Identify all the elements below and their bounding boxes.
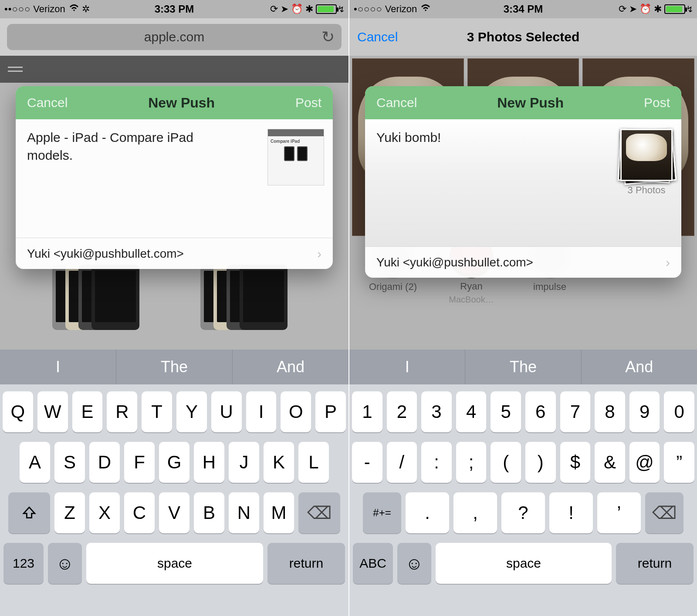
predict-suggestion[interactable]: I [349, 350, 465, 384]
key-m[interactable]: M [264, 492, 294, 533]
mode-key[interactable]: ABC [353, 543, 393, 584]
key-j[interactable]: J [229, 442, 259, 483]
chevron-right-icon: › [666, 255, 670, 270]
key-5[interactable]: 5 [491, 391, 521, 432]
key-v[interactable]: V [159, 492, 189, 533]
key-quote[interactable]: ” [664, 442, 694, 483]
key-s[interactable]: S [54, 442, 85, 483]
loading-spinner-icon: ✲ [82, 3, 90, 15]
key-0[interactable]: 0 [664, 391, 694, 432]
status-bar: ••○○○ Verizon ✲ 3:33 PM ⟳ ➤ ⏰ ✱ ↯ [0, 0, 348, 18]
key-4[interactable]: 4 [456, 391, 487, 432]
key-1[interactable]: 1 [352, 391, 382, 432]
emoji-icon: ☺ [56, 554, 74, 573]
key-q[interactable]: Q [3, 391, 33, 432]
key-i[interactable]: I [246, 391, 277, 432]
key-h[interactable]: H [194, 442, 224, 483]
space-key[interactable]: space [86, 543, 263, 584]
photos-cancel-button[interactable]: Cancel [357, 30, 398, 44]
key-l[interactable]: L [298, 442, 329, 483]
wifi-icon [420, 3, 431, 15]
key-ampersand[interactable]: & [595, 442, 625, 483]
key-row-1: 1 2 3 4 5 6 7 8 9 0 [352, 391, 694, 432]
emoji-key[interactable]: ☺ [48, 543, 82, 584]
key-paren-open[interactable]: ( [491, 442, 521, 483]
key-n[interactable]: N [229, 492, 259, 533]
url-text: apple.com [144, 30, 204, 44]
share-target-name: Origami (2) [369, 281, 417, 293]
key-t[interactable]: T [142, 391, 172, 432]
predict-suggestion[interactable]: And [233, 350, 348, 384]
key-9[interactable]: 9 [629, 391, 660, 432]
symbols-key[interactable]: #+= [363, 492, 401, 533]
key-at[interactable]: @ [629, 442, 660, 483]
return-key[interactable]: return [267, 543, 345, 584]
predict-suggestion[interactable]: The [465, 350, 581, 384]
key-semicolon[interactable]: ; [456, 442, 487, 483]
key-e[interactable]: E [72, 391, 103, 432]
space-key[interactable]: space [436, 543, 612, 584]
key-g[interactable]: G [159, 442, 189, 483]
key-d[interactable]: D [89, 442, 120, 483]
shift-key[interactable] [8, 492, 50, 533]
reload-icon[interactable]: ↻ [321, 28, 335, 46]
key-8[interactable]: 8 [595, 391, 625, 432]
modal-post-button[interactable]: Post [644, 95, 670, 110]
key-w[interactable]: W [37, 391, 68, 432]
key-p[interactable]: P [315, 391, 346, 432]
key-f[interactable]: F [124, 442, 155, 483]
key-2[interactable]: 2 [387, 391, 417, 432]
apple-site-nav [0, 56, 348, 83]
predict-suggestion[interactable]: The [116, 350, 233, 384]
modal-cancel-button[interactable]: Cancel [27, 95, 68, 110]
key-x[interactable]: X [89, 492, 120, 533]
key-7[interactable]: 7 [560, 391, 591, 432]
screen-left: ••○○○ Verizon ✲ 3:33 PM ⟳ ➤ ⏰ ✱ ↯ apple.… [0, 0, 348, 616]
key-exclaim[interactable]: ! [549, 492, 593, 533]
share-target-name: impulse [533, 281, 566, 293]
backspace-key[interactable]: ⌫ [645, 492, 683, 533]
key-row-3: #+= . , ? ! ’ ⌫ [352, 492, 694, 533]
key-c[interactable]: C [124, 492, 155, 533]
keyboard: I The And Q W E R T Y U I O P A [0, 350, 348, 616]
key-question[interactable]: ? [501, 492, 545, 533]
backspace-icon: ⌫ [652, 503, 677, 523]
recipient-row[interactable]: Yuki <yuki@pushbullet.com> › [16, 238, 333, 269]
key-k[interactable]: K [264, 442, 294, 483]
push-message-input[interactable]: Yuki bomb! [376, 129, 564, 147]
predict-suggestion[interactable]: And [582, 350, 697, 384]
modal-cancel-button[interactable]: Cancel [376, 95, 417, 110]
key-dollar[interactable]: $ [560, 442, 591, 483]
wifi-icon [69, 3, 79, 15]
key-3[interactable]: 3 [421, 391, 452, 432]
hamburger-icon[interactable] [8, 67, 23, 72]
push-message-input[interactable]: Apple - iPad - Compare iPad models. [27, 129, 214, 164]
key-6[interactable]: 6 [525, 391, 556, 432]
key-b[interactable]: B [194, 492, 224, 533]
modal-post-button[interactable]: Post [295, 95, 321, 110]
key-apostrophe[interactable]: ’ [597, 492, 641, 533]
backspace-key[interactable]: ⌫ [298, 492, 340, 533]
key-paren-close[interactable]: ) [525, 442, 556, 483]
key-comma[interactable]: , [453, 492, 497, 533]
return-key[interactable]: return [616, 543, 694, 584]
key-row-4: 123 ☺ space return [3, 543, 346, 584]
key-z[interactable]: Z [54, 492, 85, 533]
mode-key[interactable]: 123 [3, 543, 44, 584]
key-slash[interactable]: / [387, 442, 417, 483]
key-o[interactable]: O [281, 391, 311, 432]
alarm-icon: ⏰ [291, 3, 303, 15]
key-dash[interactable]: - [352, 442, 382, 483]
key-y[interactable]: Y [176, 391, 207, 432]
key-r[interactable]: R [107, 391, 137, 432]
predict-suggestion[interactable]: I [0, 350, 116, 384]
recipient-row[interactable]: Yuki <yuki@pushbullet.com> › [365, 246, 681, 278]
url-field[interactable]: apple.com ↻ [7, 24, 342, 50]
key-u[interactable]: U [211, 391, 242, 432]
key-period[interactable]: . [406, 492, 449, 533]
key-a[interactable]: A [20, 442, 50, 483]
key-colon[interactable]: : [421, 442, 452, 483]
photo-count-label: 3 Photos [620, 185, 673, 196]
emoji-key[interactable]: ☺ [397, 543, 431, 584]
clock-time: 3:33 PM [155, 3, 194, 15]
